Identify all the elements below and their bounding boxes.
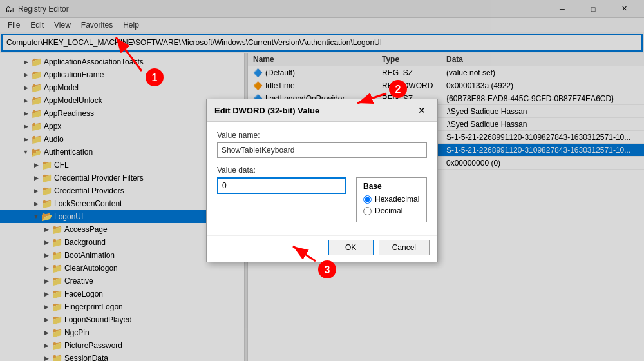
modal-overlay: Edit DWORD (32-bit) Value ✕ Value name: …	[0, 0, 644, 361]
value-name-label: Value name:	[217, 131, 427, 140]
dialog-title: Edit DWORD (32-bit) Value	[214, 106, 319, 115]
cancel-button[interactable]: Cancel	[379, 240, 430, 255]
edit-dword-dialog: Edit DWORD (32-bit) Value ✕ Value name: …	[206, 99, 438, 262]
value-name-input[interactable]	[217, 142, 427, 158]
value-data-label: Value data:	[217, 166, 427, 175]
dialog-titlebar: Edit DWORD (32-bit) Value ✕	[207, 99, 437, 122]
dialog-body: Value name: Value data: Base Hexadecimal…	[207, 122, 437, 235]
ok-button[interactable]: OK	[328, 240, 374, 255]
hexadecimal-label: Hexadecimal	[375, 195, 419, 204]
value-data-row: Base Hexadecimal Decimal	[217, 177, 427, 222]
hexadecimal-radio-row: Hexadecimal	[363, 195, 420, 204]
base-title: Base	[363, 182, 420, 191]
decimal-label: Decimal	[375, 206, 402, 215]
dialog-buttons: OK Cancel	[207, 235, 437, 262]
decimal-radio[interactable]	[363, 207, 372, 215]
decimal-radio-row: Decimal	[363, 206, 420, 215]
hexadecimal-radio[interactable]	[363, 195, 372, 204]
base-box: Base Hexadecimal Decimal	[356, 177, 427, 222]
dialog-close-button[interactable]: ✕	[414, 103, 430, 117]
value-data-input[interactable]	[217, 177, 346, 194]
